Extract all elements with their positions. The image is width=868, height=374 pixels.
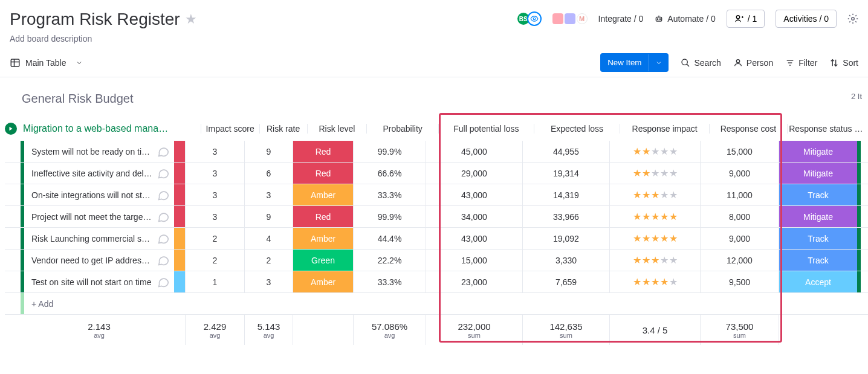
star-icon[interactable]: ★ [633,276,641,288]
star-icon[interactable]: ★ [642,146,650,157]
cell-level[interactable]: Green [293,250,353,271]
chat-button[interactable] [152,250,174,271]
cell-impact[interactable]: 3 [185,141,244,162]
avatar-group[interactable]: BS [520,11,542,26]
star-icon[interactable]: ★ [660,233,669,244]
chat-button[interactable] [152,141,174,162]
cell-eloss[interactable]: 14,319 [522,184,609,205]
add-item-row[interactable]: + Add [5,293,868,315]
cell-rcost[interactable]: 9,500 [700,271,779,292]
cell-rimpact[interactable]: ★★★★★ [609,206,700,227]
cell-rimpact[interactable]: ★★★★★ [609,250,700,271]
item-name[interactable]: On-site integrations will not start … [31,190,152,200]
new-item-button[interactable]: New Item [600,53,669,72]
cell-level[interactable]: Amber [293,184,353,205]
star-icon[interactable]: ★ [642,233,650,244]
cell-rimpact[interactable]: ★★★★★ [609,184,700,205]
chat-button[interactable] [152,206,174,227]
cell-rimpact[interactable]: ★★★★★ [609,228,700,249]
cell-impact[interactable]: 3 [185,184,244,205]
star-icon[interactable]: ★ [669,211,678,222]
star-icon[interactable]: ★ [660,211,669,222]
cell-fploss[interactable]: 43,000 [426,184,522,205]
cell-level[interactable]: Red [293,206,353,227]
col-header-level[interactable]: Risk level [307,124,367,134]
col-header-eloss[interactable]: Expected loss [534,124,620,134]
cell-prob[interactable]: 22.2% [353,250,426,271]
cell-fploss[interactable]: 29,000 [426,163,522,184]
table-row[interactable]: Project will not meet the target o… 3 9 … [5,206,868,228]
group-name[interactable]: Migration to a web-based mana… [21,123,190,134]
cell-rate[interactable]: 2 [244,250,293,271]
cell-fploss[interactable]: 43,000 [426,228,522,249]
invite-button[interactable]: / 1 [727,10,765,28]
cell-level[interactable]: Red [293,141,353,162]
new-item-dropdown-icon[interactable] [649,54,669,71]
cell-eloss[interactable]: 19,092 [522,228,609,249]
table-row[interactable]: On-site integrations will not start … 3 … [5,184,868,206]
cell-prob[interactable]: 33.3% [353,184,426,205]
cell-fploss[interactable]: 34,000 [426,206,522,227]
cell-level[interactable]: Red [293,163,353,184]
star-icon[interactable]: ★ [651,146,659,157]
cell-rcost[interactable]: 12,000 [700,250,779,271]
cell-fploss[interactable]: 23,000 [426,271,522,292]
cell-impact[interactable]: 2 [185,250,244,271]
cell-impact[interactable]: 2 [185,228,244,249]
star-icon[interactable]: ★ [633,211,641,222]
star-icon[interactable]: ★ [669,233,678,244]
cell-rstatus[interactable]: Accept [779,271,857,292]
star-icon[interactable]: ★ [633,146,641,157]
cell-eloss[interactable]: 44,955 [522,141,609,162]
star-icon[interactable]: ★ [642,211,650,222]
activities-button[interactable]: Activities / 0 [776,10,837,28]
board-title[interactable]: Program Risk Register [10,10,180,29]
automate-link[interactable]: Automate / 0 [654,14,715,24]
cell-impact[interactable]: 3 [185,206,244,227]
cell-eloss[interactable]: 33,966 [522,206,609,227]
col-header-impact[interactable]: Impact score [201,124,259,134]
star-icon[interactable]: ★ [669,146,678,157]
cell-level[interactable]: Amber [293,228,353,249]
star-icon[interactable]: ★ [660,146,669,157]
cell-rcost[interactable]: 15,000 [700,141,779,162]
board-description[interactable]: Add board description [10,34,197,44]
star-icon[interactable]: ★ [633,254,641,266]
item-name[interactable]: Test on site will not start on time [31,277,152,287]
star-icon[interactable]: ★ [642,254,650,266]
filter-button[interactable]: Filter [785,58,817,68]
item-name[interactable]: Project will not meet the target o… [31,212,152,222]
integrate-link[interactable]: Integrate / 0 [598,14,644,24]
col-header-rimpact[interactable]: Response impact [620,124,709,134]
cell-prob[interactable]: 99.9% [353,141,426,162]
star-icon[interactable]: ★ [642,276,650,288]
star-icon[interactable]: ★ [651,254,659,266]
item-name[interactable]: Risk Launching commercial servi… [31,234,152,243]
integration-icons[interactable]: M [552,13,588,24]
col-header-fploss[interactable]: Full potential loss [438,124,534,134]
search-button[interactable]: Search [681,58,721,68]
cell-rcost[interactable]: 9,000 [700,163,779,184]
col-header-prob[interactable]: Probability [366,124,438,134]
col-header-rstatus[interactable]: Response status … [787,124,864,134]
cell-rstatus[interactable]: Mitigate [779,206,857,227]
main-table-view[interactable]: Main Table [10,57,83,68]
cell-fploss[interactable]: 45,000 [426,141,522,162]
cell-rate[interactable]: 9 [244,141,293,162]
star-icon[interactable]: ★ [660,254,669,266]
cell-rstatus[interactable]: Track [779,228,857,249]
star-icon[interactable]: ★ [660,167,669,179]
star-icon[interactable]: ★ [633,167,641,179]
favorite-star-icon[interactable]: ★ [185,11,197,27]
cell-rstatus[interactable]: Mitigate [779,141,857,162]
cell-eloss[interactable]: 3,330 [522,250,609,271]
star-icon[interactable]: ★ [669,254,678,266]
cell-rimpact[interactable]: ★★★★★ [609,141,700,162]
cell-rstatus[interactable]: Mitigate [779,163,857,184]
person-filter-button[interactable]: Person [733,58,773,68]
star-icon[interactable]: ★ [651,211,659,222]
star-icon[interactable]: ★ [642,167,650,179]
chat-button[interactable] [152,228,174,249]
cell-rcost[interactable]: 8,000 [700,206,779,227]
star-icon[interactable]: ★ [660,276,669,288]
